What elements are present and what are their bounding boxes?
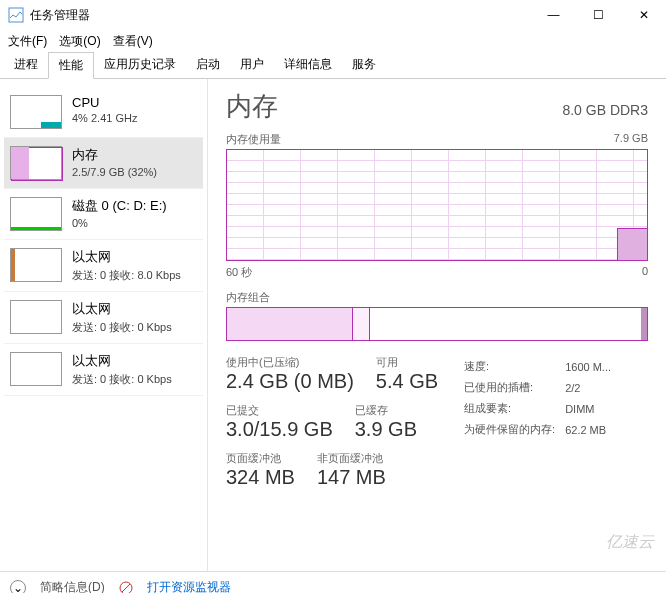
tab-performance[interactable]: 性能 xyxy=(48,52,94,79)
memory-spec: 8.0 GB DDR3 xyxy=(562,102,648,118)
title-bar: 任务管理器 — ☐ ✕ xyxy=(0,0,666,30)
tab-startup[interactable]: 启动 xyxy=(186,52,230,78)
nonpaged-label: 非页面缓冲池 xyxy=(317,451,386,466)
sidebar-item-cpu[interactable]: CPU4% 2.41 GHz xyxy=(4,87,203,138)
tab-processes[interactable]: 进程 xyxy=(4,52,48,78)
memory-usage-chart[interactable] xyxy=(226,149,648,261)
sidebar-item-sub: 发送: 0 接收: 0 Kbps xyxy=(72,372,172,387)
tab-app-history[interactable]: 应用历史记录 xyxy=(94,52,186,78)
memory-details-table: 速度:1600 M... 已使用的插槽:2/2 组成要素:DIMM 为硬件保留的… xyxy=(462,355,621,441)
brief-info-link[interactable]: 简略信息(D) xyxy=(40,579,105,593)
sidebar-item-sub: 2.5/7.9 GB (32%) xyxy=(72,166,157,178)
inuse-label: 使用中(已压缩) xyxy=(226,355,354,370)
form-value: DIMM xyxy=(565,399,619,418)
sidebar-item-ethernet-0[interactable]: 以太网发送: 0 接收: 8.0 Kbps xyxy=(4,240,203,292)
sidebar-item-label: 内存 xyxy=(72,146,157,164)
chevron-down-icon[interactable]: ⌄ xyxy=(10,580,26,594)
maximize-button[interactable]: ☐ xyxy=(576,0,621,30)
sidebar-item-sub: 发送: 0 接收: 0 Kbps xyxy=(72,320,172,335)
tab-details[interactable]: 详细信息 xyxy=(274,52,342,78)
axis-left: 60 秒 xyxy=(226,265,252,280)
sidebar-item-sub: 0% xyxy=(72,217,167,229)
form-label: 组成要素: xyxy=(464,399,563,418)
disk-thumb-icon xyxy=(10,197,62,231)
usage-label: 内存使用量 xyxy=(226,132,281,147)
nonpaged-value: 147 MB xyxy=(317,466,386,489)
ethernet-thumb-icon xyxy=(10,300,62,334)
sidebar: CPU4% 2.41 GHz 内存2.5/7.9 GB (32%) 磁盘 0 (… xyxy=(0,79,208,571)
sidebar-item-label: 以太网 xyxy=(72,248,181,266)
no-entry-icon xyxy=(119,581,133,594)
menu-file[interactable]: 文件(F) xyxy=(8,33,47,50)
main-panel: 内存 8.0 GB DDR3 内存使用量 7.9 GB 60 秒 0 内存组合 … xyxy=(208,79,666,571)
axis-right: 0 xyxy=(642,265,648,280)
status-bar: ⌄ 简略信息(D) 打开资源监视器 xyxy=(0,571,666,593)
committed-value: 3.0/15.9 GB xyxy=(226,418,333,441)
sidebar-item-sub: 发送: 0 接收: 8.0 Kbps xyxy=(72,268,181,283)
cached-label: 已缓存 xyxy=(355,403,417,418)
menu-bar: 文件(F) 选项(O) 查看(V) xyxy=(0,30,666,52)
sidebar-item-disk[interactable]: 磁盘 0 (C: D: E:)0% xyxy=(4,189,203,240)
cpu-thumb-icon xyxy=(10,95,62,129)
sidebar-item-sub: 4% 2.41 GHz xyxy=(72,112,137,124)
memory-thumb-icon xyxy=(10,146,62,180)
watermark: 亿速云 xyxy=(606,532,654,553)
slots-value: 2/2 xyxy=(565,378,619,397)
usage-max: 7.9 GB xyxy=(614,132,648,147)
inuse-value: 2.4 GB (0 MB) xyxy=(226,370,354,393)
cached-value: 3.9 GB xyxy=(355,418,417,441)
sidebar-item-label: 以太网 xyxy=(72,300,172,318)
menu-options[interactable]: 选项(O) xyxy=(59,33,100,50)
svg-rect-0 xyxy=(9,8,23,22)
slots-label: 已使用的插槽: xyxy=(464,378,563,397)
paged-value: 324 MB xyxy=(226,466,295,489)
paged-label: 页面缓冲池 xyxy=(226,451,295,466)
reserved-label: 为硬件保留的内存: xyxy=(464,420,563,439)
sidebar-item-memory[interactable]: 内存2.5/7.9 GB (32%) xyxy=(4,138,203,189)
page-title: 内存 xyxy=(226,89,278,124)
composition-label: 内存组合 xyxy=(226,290,270,305)
window-title: 任务管理器 xyxy=(30,7,90,24)
close-button[interactable]: ✕ xyxy=(621,0,666,30)
speed-value: 1600 M... xyxy=(565,357,619,376)
minimize-button[interactable]: — xyxy=(531,0,576,30)
memory-composition-chart[interactable] xyxy=(226,307,648,341)
speed-label: 速度: xyxy=(464,357,563,376)
sidebar-item-ethernet-1[interactable]: 以太网发送: 0 接收: 0 Kbps xyxy=(4,292,203,344)
menu-view[interactable]: 查看(V) xyxy=(113,33,153,50)
sidebar-item-label: 磁盘 0 (C: D: E:) xyxy=(72,197,167,215)
svg-line-2 xyxy=(122,584,130,592)
tab-users[interactable]: 用户 xyxy=(230,52,274,78)
sidebar-item-label: 以太网 xyxy=(72,352,172,370)
committed-label: 已提交 xyxy=(226,403,333,418)
app-icon xyxy=(8,7,24,23)
available-label: 可用 xyxy=(376,355,438,370)
resource-monitor-link[interactable]: 打开资源监视器 xyxy=(147,579,231,593)
ethernet-thumb-icon xyxy=(10,352,62,386)
sidebar-item-ethernet-2[interactable]: 以太网发送: 0 接收: 0 Kbps xyxy=(4,344,203,396)
sidebar-item-label: CPU xyxy=(72,95,137,110)
available-value: 5.4 GB xyxy=(376,370,438,393)
tab-strip: 进程 性能 应用历史记录 启动 用户 详细信息 服务 xyxy=(0,52,666,79)
reserved-value: 62.2 MB xyxy=(565,420,619,439)
ethernet-thumb-icon xyxy=(10,248,62,282)
tab-services[interactable]: 服务 xyxy=(342,52,386,78)
